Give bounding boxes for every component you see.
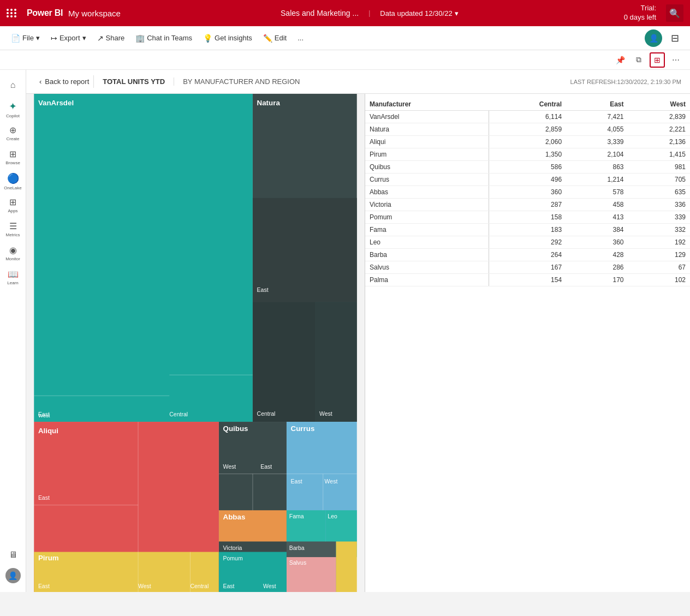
back-arrow-icon: ‹: [39, 77, 41, 86]
get-insights-button[interactable]: 💡 Get insights: [199, 32, 257, 45]
file-button[interactable]: 📄 File ▾: [7, 32, 44, 45]
insights-label: Get insights: [215, 34, 252, 42]
back-label: Back to report: [45, 77, 89, 86]
table-row[interactable]: VanArsdel 6,114 7,421 2,839: [365, 111, 690, 123]
cell-central: 1,350: [489, 148, 566, 161]
natura-west-block: [315, 302, 356, 422]
cell-east: 286: [566, 261, 628, 274]
cell-central: 2,060: [489, 136, 566, 148]
cell-manufacturer: Pirum: [365, 148, 489, 161]
cell-manufacturer: Leo: [365, 236, 489, 249]
table-row[interactable]: Natura 2,859 4,055 2,221: [365, 123, 690, 136]
table-row[interactable]: Palma 154 170 102: [365, 274, 690, 286]
workspace-name[interactable]: My workspace: [68, 9, 121, 18]
chevron-down-icon: ▾: [455, 9, 459, 17]
sidebar-item-monitor[interactable]: ◉ Monitor: [2, 242, 24, 264]
pin-button[interactable]: 📌: [612, 52, 628, 68]
user-profile-avatar[interactable]: 👤: [5, 568, 21, 583]
create-icon: ⊕: [9, 125, 16, 135]
table-row[interactable]: Leo 292 360 192: [365, 236, 690, 249]
table-row[interactable]: Victoria 287 458 336: [365, 199, 690, 211]
sidebar-item-desktop[interactable]: 🖥: [2, 544, 24, 566]
sidebar-item-create[interactable]: ⊕ Create: [2, 122, 24, 144]
onelake-label: OneLake: [4, 186, 21, 190]
sidebar-item-copilot[interactable]: ✦ Copilot: [2, 98, 24, 120]
cell-west: 129: [628, 249, 690, 261]
cell-west: 635: [628, 186, 690, 199]
apps-launcher[interactable]: [7, 9, 17, 17]
col-west: West: [628, 98, 690, 111]
apps-icon: ⊞: [9, 197, 16, 207]
sidebar-item-apps[interactable]: ⊞ Apps: [2, 194, 24, 216]
cell-west: 2,839: [628, 111, 690, 123]
export-button[interactable]: ↦ Export ▾: [46, 32, 91, 45]
breadcrumb-bar: ‹ Back to report TOTAL UNITS YTD BY MANU…: [26, 70, 690, 94]
table-row[interactable]: Fama 183 384 332: [365, 224, 690, 236]
metrics-label: Metrics: [6, 232, 20, 237]
export-label: Export: [60, 34, 80, 42]
trial-info: Trial: 0 days left: [624, 4, 656, 22]
browse-icon: ⊞: [9, 149, 16, 159]
monitor-label: Monitor: [5, 256, 20, 261]
cell-west: 2,136: [628, 136, 690, 148]
table-row[interactable]: Pirum 1,350 2,104 1,415: [365, 148, 690, 161]
copy-button[interactable]: ⧉: [631, 52, 646, 68]
search-button[interactable]: 🔍: [666, 4, 683, 22]
cell-manufacturer: Natura: [365, 123, 489, 136]
sidebar-item-onelake[interactable]: 🔵 OneLake: [2, 170, 24, 192]
file-icon: 📄: [11, 34, 20, 43]
cell-manufacturer: Quibus: [365, 161, 489, 174]
cell-west: 705: [628, 174, 690, 186]
table-row[interactable]: Abbas 360 578 635: [365, 186, 690, 199]
user-avatar[interactable]: 👤: [645, 29, 662, 47]
pomum-block: [219, 552, 287, 592]
browse-label: Browse: [5, 160, 20, 165]
sidebar: ⌂ ✦ Copilot ⊕ Create ⊞ Browse 🔵 OneLake …: [0, 70, 26, 592]
chat-in-teams-button[interactable]: 🏢 Chat in Teams: [131, 32, 197, 45]
cell-manufacturer: Palma: [365, 274, 489, 286]
refresh-status[interactable]: Data updated 12/30/22 ▾: [380, 9, 458, 17]
table-row[interactable]: Quibus 586 863 981: [365, 161, 690, 174]
sidebar-item-browse[interactable]: ⊞ Browse: [2, 146, 24, 168]
table-row[interactable]: Pomum 158 413 339: [365, 211, 690, 224]
more-visual-options-button[interactable]: ⋯: [668, 52, 683, 68]
table-row[interactable]: Aliqui 2,060 3,339 2,136: [365, 136, 690, 148]
sidebar-item-metrics[interactable]: ☰ Metrics: [2, 218, 24, 240]
natura-central-block: [253, 302, 315, 422]
file-label: File: [22, 34, 34, 42]
table-row[interactable]: Barba 264 428 129: [365, 249, 690, 261]
sidebar-item-learn[interactable]: 📖 Learn: [2, 266, 24, 288]
top-navigation-bar: Power BI My workspace Sales and Marketin…: [0, 0, 690, 26]
panel-toggle-button[interactable]: ⊟: [667, 30, 683, 46]
treemap-svg: VanArsdel East Central West Natura East: [26, 94, 365, 592]
monitor-icon: ◉: [9, 245, 17, 255]
treemap-visual[interactable]: VanArsdel East Central West Natura East: [26, 94, 365, 592]
small-yellow-block: [336, 541, 357, 592]
cell-central: 292: [489, 236, 566, 249]
focus-mode-button[interactable]: ⊞: [650, 52, 665, 68]
cell-east: 428: [566, 249, 628, 261]
table-row[interactable]: Currus 496 1,214 705: [365, 174, 690, 186]
learn-label: Learn: [7, 280, 18, 285]
cell-central: 496: [489, 174, 566, 186]
more-options-button[interactable]: ...: [293, 32, 308, 44]
visual-content-area: VanArsdel East Central West Natura East: [26, 94, 690, 592]
share-button[interactable]: ↗ Share: [93, 32, 129, 45]
edit-button[interactable]: ✏️ Edit: [259, 32, 291, 45]
apps-label: Apps: [8, 208, 17, 213]
teams-icon: 🏢: [135, 34, 145, 43]
cell-central: 6,114: [489, 111, 566, 123]
back-to-report-button[interactable]: ‹ Back to report: [35, 75, 94, 88]
share-icon: ↗: [97, 34, 104, 43]
sidebar-item-home[interactable]: ⌂: [2, 74, 24, 96]
cell-east: 170: [566, 274, 628, 286]
cell-central: 167: [489, 261, 566, 274]
salvus-block: [287, 557, 336, 592]
table-row[interactable]: Salvus 167 286 67: [365, 261, 690, 274]
chat-label: Chat in Teams: [147, 34, 192, 42]
cell-manufacturer: Victoria: [365, 199, 489, 211]
vanarsdel-block: [34, 94, 253, 422]
cell-west: 1,415: [628, 148, 690, 161]
cell-central: 2,859: [489, 123, 566, 136]
cell-east: 3,339: [566, 136, 628, 148]
